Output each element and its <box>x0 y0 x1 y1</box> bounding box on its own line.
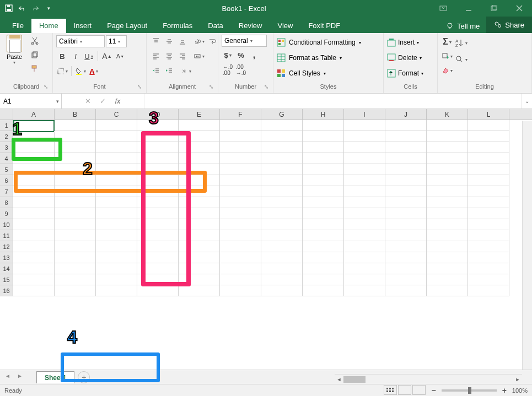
tab-page-layout[interactable]: Page Layout <box>99 19 155 33</box>
cell[interactable] <box>344 197 385 208</box>
cell[interactable] <box>220 197 261 208</box>
cell[interactable] <box>303 153 344 164</box>
cell[interactable] <box>303 197 344 208</box>
page-layout-view-icon[interactable] <box>398 385 411 395</box>
cell[interactable] <box>55 241 96 252</box>
sheet-tab[interactable]: Sheet1 <box>36 371 74 383</box>
cell[interactable] <box>427 164 468 175</box>
cell[interactable] <box>220 252 261 263</box>
cell[interactable] <box>261 175 303 186</box>
cell[interactable] <box>427 219 468 230</box>
cell[interactable] <box>385 142 427 153</box>
page-break-view-icon[interactable] <box>412 385 426 395</box>
cell[interactable] <box>344 153 385 164</box>
cell[interactable] <box>96 120 137 131</box>
qat-customize-icon[interactable]: ▾ <box>44 4 53 13</box>
save-icon[interactable] <box>4 4 13 13</box>
decrease-font-icon[interactable]: A▼ <box>114 50 126 62</box>
cell[interactable] <box>468 131 509 142</box>
orientation-icon[interactable]: ab <box>193 35 205 47</box>
cell[interactable] <box>137 120 179 131</box>
cell[interactable] <box>55 219 96 230</box>
cell[interactable] <box>55 164 96 175</box>
cell[interactable] <box>427 230 468 241</box>
cell[interactable] <box>96 153 137 164</box>
cell[interactable] <box>137 142 179 153</box>
cell[interactable] <box>96 175 137 186</box>
cell[interactable] <box>137 274 179 285</box>
cancel-formula-icon[interactable]: ✕ <box>85 97 91 105</box>
row-header[interactable]: 1 <box>0 120 13 131</box>
cell[interactable] <box>303 131 344 142</box>
row-header[interactable]: 2 <box>0 131 13 142</box>
sort-filter-icon[interactable]: AZ <box>455 37 467 49</box>
cell[interactable] <box>137 186 179 197</box>
cell[interactable] <box>261 197 303 208</box>
tab-data[interactable]: Data <box>200 19 230 33</box>
align-bottom-icon[interactable] <box>176 35 189 47</box>
cell[interactable] <box>13 263 55 274</box>
cell[interactable] <box>344 230 385 241</box>
format-as-table-button[interactable]: Format as Table▾ <box>277 51 342 64</box>
cell[interactable] <box>220 120 261 131</box>
cell[interactable] <box>385 230 427 241</box>
cell[interactable] <box>468 186 509 197</box>
increase-indent-icon[interactable] <box>163 65 175 77</box>
redo-icon[interactable] <box>31 4 40 13</box>
cell[interactable] <box>96 197 137 208</box>
cell[interactable] <box>96 230 137 241</box>
column-header[interactable]: B <box>55 109 96 120</box>
cell[interactable] <box>261 252 303 263</box>
paste-button[interactable]: Paste ▾ <box>3 35 25 65</box>
cell[interactable] <box>261 208 303 219</box>
cell[interactable] <box>13 230 55 241</box>
fill-color-icon[interactable] <box>74 65 87 77</box>
cell[interactable] <box>344 208 385 219</box>
ribbon-display-icon[interactable] <box>431 0 456 17</box>
sheet-nav-first-icon[interactable]: ◄ <box>3 373 12 382</box>
cell[interactable] <box>427 252 468 263</box>
cell[interactable] <box>385 241 427 252</box>
column-header[interactable]: J <box>385 109 427 120</box>
cell[interactable] <box>55 120 96 131</box>
cell[interactable] <box>385 175 427 186</box>
cell[interactable] <box>303 186 344 197</box>
expand-formula-bar-icon[interactable]: ⌄ <box>521 94 532 109</box>
cell[interactable] <box>344 120 385 131</box>
cell[interactable] <box>96 208 137 219</box>
cell[interactable] <box>55 142 96 153</box>
zoom-out-button[interactable]: − <box>431 386 436 395</box>
cell[interactable] <box>261 120 303 131</box>
row-header[interactable]: 7 <box>0 186 13 197</box>
cell[interactable] <box>385 285 427 296</box>
copy-icon[interactable] <box>29 48 41 61</box>
cell[interactable] <box>344 175 385 186</box>
wrap-text-icon[interactable] <box>206 35 218 47</box>
cell[interactable] <box>468 219 509 230</box>
cell[interactable] <box>385 131 427 142</box>
delete-cells-button[interactable]: Delete▾ <box>387 51 422 64</box>
select-all-corner[interactable] <box>0 109 13 120</box>
cut-icon[interactable] <box>29 35 41 47</box>
vertical-scrollbar[interactable] <box>522 121 532 370</box>
cell[interactable] <box>137 263 179 274</box>
horizontal-scrollbar[interactable]: ◄ ► <box>335 374 522 384</box>
row-header[interactable]: 12 <box>0 241 13 252</box>
cell[interactable] <box>96 285 137 296</box>
cell[interactable] <box>220 186 261 197</box>
orientation-alt-icon[interactable]: ⤭ <box>180 65 192 77</box>
cell[interactable] <box>13 153 55 164</box>
increase-font-icon[interactable]: A▲ <box>101 50 113 62</box>
cell[interactable] <box>96 219 137 230</box>
cell[interactable] <box>220 175 261 186</box>
tab-insert[interactable]: Insert <box>66 19 100 33</box>
cell[interactable] <box>179 241 220 252</box>
cell[interactable] <box>137 208 179 219</box>
cell[interactable] <box>385 219 427 230</box>
cell[interactable] <box>179 263 220 274</box>
cell[interactable] <box>137 252 179 263</box>
cell[interactable] <box>137 219 179 230</box>
comma-format-icon[interactable]: , <box>248 49 260 61</box>
cell[interactable] <box>385 274 427 285</box>
cell[interactable] <box>344 164 385 175</box>
